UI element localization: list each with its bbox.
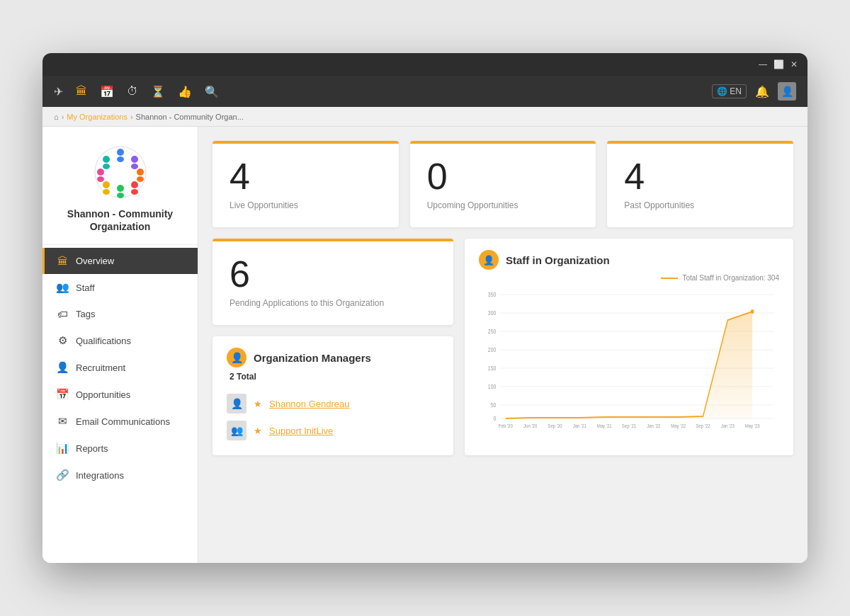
upcoming-opportunities-value: 0 — [427, 158, 579, 195]
manager-row-1: 👤 ★ Shannon Gendreau — [227, 390, 439, 417]
past-opportunities-label: Past Opportunities — [624, 200, 776, 210]
sidebar-item-overview[interactable]: 🏛 Overview — [42, 248, 198, 274]
chart-icon: 👤 — [479, 250, 499, 270]
upcoming-opportunities-card: 0 Upcoming Opportunities — [410, 141, 596, 227]
svg-point-16 — [103, 164, 110, 169]
manager-row-2: 👥 ★ Support InitLive — [227, 417, 439, 444]
integrations-icon: 🔗 — [56, 469, 69, 481]
breadcrumb-my-organizations[interactable]: My Organizations — [67, 113, 128, 121]
manager-star-2: ★ — [254, 426, 262, 436]
past-opportunities-card: 4 Past Opportunities — [607, 141, 793, 227]
chart-area: 0 50 100 150 200 250 300 350 Feb '20 Jun… — [479, 287, 779, 429]
main-layout: Shannon - Community Organization 🏛 Overv… — [42, 127, 808, 563]
top-nav: ✈ 🏛 📅 ⏱ ⏳ 👍 🔍 🌐 EN 🔔 👤 — [42, 76, 808, 107]
sidebar-item-opportunities-label: Opportunities — [76, 389, 130, 400]
svg-text:100: 100 — [488, 383, 497, 390]
managers-header: 👤 Organization Managers — [227, 348, 439, 367]
sidebar-item-reports[interactable]: 📊 Reports — [42, 435, 198, 462]
pending-applications-value: 6 — [230, 256, 436, 292]
manager-name-2[interactable]: Support InitLive — [269, 426, 333, 436]
qualifications-icon: ⚙ — [56, 334, 69, 347]
sidebar-item-tags-label: Tags — [76, 309, 95, 319]
manager-name-1[interactable]: Shannon Gendreau — [269, 399, 349, 409]
bottom-row: 6 Pending Applications to this Organizat… — [212, 239, 793, 455]
sidebar-item-opportunities[interactable]: 📅 Opportunities — [42, 381, 198, 408]
notification-bell[interactable]: 🔔 — [755, 85, 769, 98]
org-name: Shannon - Community Organization — [54, 207, 186, 233]
chart-title: Staff in Organization — [506, 254, 610, 266]
nav-icon-clock[interactable]: ⏱ — [127, 85, 138, 98]
svg-point-45 — [751, 309, 754, 314]
title-bar: — ⬜ ✕ — [42, 53, 808, 76]
sidebar-item-qualifications-label: Qualifications — [76, 336, 131, 346]
svg-point-8 — [131, 189, 138, 195]
manager-avatar-1: 👤 — [227, 394, 246, 413]
legend-label: Total Staff in Organization: 304 — [682, 274, 779, 282]
reports-icon: 📊 — [56, 442, 69, 455]
svg-point-7 — [131, 181, 138, 188]
svg-point-6 — [137, 176, 144, 182]
sidebar-item-qualifications[interactable]: ⚙ Qualifications — [42, 327, 198, 354]
svg-text:300: 300 — [488, 309, 497, 316]
breadcrumb-current: Shannon - Community Organ... — [136, 113, 244, 121]
svg-text:Sep '21: Sep '21 — [622, 423, 636, 429]
svg-point-3 — [131, 156, 138, 163]
sidebar-item-staff[interactable]: 👥 Staff — [42, 274, 198, 301]
sidebar-item-reports-label: Reports — [76, 443, 108, 454]
user-avatar[interactable]: 👤 — [778, 82, 796, 101]
managers-total: 2 Total — [227, 372, 439, 382]
managers-icon: 👤 — [227, 348, 246, 367]
svg-text:Sep '20: Sep '20 — [548, 423, 562, 429]
svg-text:200: 200 — [488, 346, 497, 353]
nav-icon-thumbsup[interactable]: 👍 — [178, 85, 192, 98]
managers-card: 👤 Organization Managers 2 Total 👤 ★ Shan… — [212, 336, 453, 455]
svg-text:May '21: May '21 — [597, 423, 612, 429]
manager-avatar-2: 👥 — [227, 421, 246, 440]
org-logo — [92, 144, 149, 200]
chart-card: 👤 Staff in Organization Total Staff in O… — [465, 239, 793, 455]
stat-cards-row: 4 Live Opportunities 0 Upcoming Opportun… — [212, 141, 793, 227]
sidebar-item-tags[interactable]: 🏷 Tags — [42, 301, 198, 327]
sidebar-item-email-communications[interactable]: ✉ Email Communications — [42, 408, 198, 435]
sidebar-item-recruitment[interactable]: 👤 Recruitment — [42, 354, 198, 381]
language-selector[interactable]: 🌐 EN — [712, 84, 747, 98]
svg-text:Jan '21: Jan '21 — [573, 423, 586, 429]
sidebar-item-recruitment-label: Recruitment — [76, 363, 125, 373]
maximize-button[interactable]: ⬜ — [774, 59, 783, 69]
recruitment-icon: 👤 — [56, 361, 69, 374]
nav-icon-building[interactable]: 🏛 — [76, 85, 87, 98]
nav-icon-hourglass[interactable]: ⏳ — [151, 85, 165, 98]
breadcrumb: ⌂ › My Organizations › Shannon - Communi… — [42, 107, 808, 127]
svg-point-2 — [117, 156, 124, 162]
svg-point-1 — [117, 149, 124, 156]
sidebar-nav: 🏛 Overview 👥 Staff 🏷 Tags ⚙ Qualificatio… — [42, 248, 198, 489]
svg-text:Jan '22: Jan '22 — [647, 423, 660, 429]
svg-point-14 — [97, 176, 104, 182]
svg-point-12 — [103, 189, 110, 195]
chart-header: 👤 Staff in Organization — [479, 250, 779, 270]
sidebar-item-integrations-label: Integrations — [76, 470, 124, 481]
globe-icon: 🌐 — [717, 86, 727, 96]
svg-point-15 — [103, 156, 110, 163]
minimize-button[interactable]: — — [758, 59, 768, 69]
chart-legend: Total Staff in Organization: 304 — [479, 274, 779, 282]
svg-point-5 — [137, 169, 144, 176]
past-opportunities-value: 4 — [624, 158, 776, 195]
pending-applications-card: 6 Pending Applications to this Organizat… — [212, 239, 453, 325]
nav-icon-calendar[interactable]: 📅 — [100, 85, 114, 98]
overview-icon: 🏛 — [56, 255, 69, 267]
sidebar-item-overview-label: Overview — [76, 256, 114, 266]
svg-text:Jan '23: Jan '23 — [721, 423, 735, 429]
svg-point-4 — [131, 164, 138, 169]
email-icon: ✉ — [56, 415, 69, 428]
svg-text:350: 350 — [488, 291, 497, 298]
live-opportunities-value: 4 — [230, 158, 382, 195]
close-button[interactable]: ✕ — [789, 59, 799, 69]
nav-icon-plane[interactable]: ✈ — [54, 85, 63, 98]
svg-point-9 — [117, 185, 124, 192]
sidebar-item-integrations[interactable]: 🔗 Integrations — [42, 462, 198, 489]
breadcrumb-home[interactable]: ⌂ — [54, 113, 59, 121]
nav-icon-search[interactable]: 🔍 — [205, 85, 219, 98]
svg-text:May '22: May '22 — [671, 423, 686, 429]
managers-title: Organization Managers — [254, 352, 371, 364]
